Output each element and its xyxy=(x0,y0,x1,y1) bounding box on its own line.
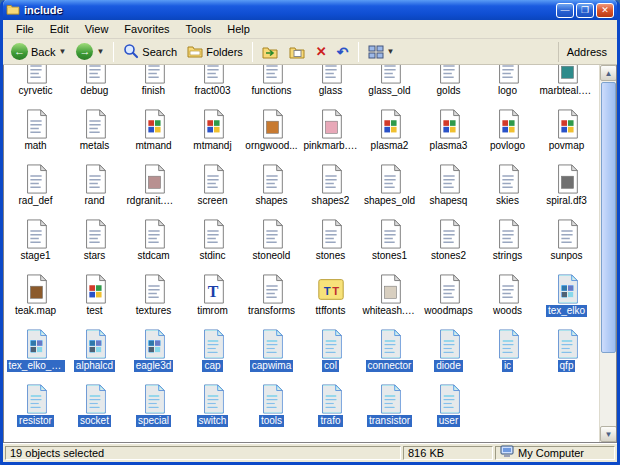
file-item-tex-elko[interactable]: tex_elko xyxy=(537,271,596,326)
file-item-woods[interactable]: woods xyxy=(478,271,537,326)
file-item-switch[interactable]: switch xyxy=(183,381,242,436)
file-item-transforms[interactable]: transforms xyxy=(242,271,301,326)
file-item-rdgranit-map[interactable]: rdgranit.map xyxy=(124,161,183,216)
file-item-plasma3[interactable]: plasma3 xyxy=(419,106,478,161)
file-item-stoneold[interactable]: stoneold xyxy=(242,216,301,271)
file-item-mtmandj[interactable]: mtmandj xyxy=(183,106,242,161)
file-item-glass[interactable]: glass xyxy=(301,65,360,106)
file-item-spiral-df3[interactable]: spiral.df3 xyxy=(537,161,596,216)
file-item-cap[interactable]: cap xyxy=(183,326,242,381)
file-item-cyrvetic[interactable]: cyrvetic xyxy=(6,65,65,106)
file-item-metals[interactable]: metals xyxy=(65,106,124,161)
file-item-tex-elko-axial[interactable]: tex_elko_axial xyxy=(6,326,65,381)
file-item-shapes-old[interactable]: shapes_old xyxy=(360,161,419,216)
maximize-button[interactable]: ❐ xyxy=(576,3,594,18)
file-item-shapes2[interactable]: shapes2 xyxy=(301,161,360,216)
file-item-ttffonts[interactable]: TTttffonts xyxy=(301,271,360,326)
file-item-mtmand[interactable]: mtmand xyxy=(124,106,183,161)
file-item-math[interactable]: math xyxy=(6,106,65,161)
scroll-thumb[interactable] xyxy=(601,82,616,353)
menu-item-edit[interactable]: Edit xyxy=(43,21,76,37)
file-item-stones1[interactable]: stones1 xyxy=(360,216,419,271)
file-item-stdinc[interactable]: stdinc xyxy=(183,216,242,271)
file-item-sunpos[interactable]: sunpos xyxy=(537,216,596,271)
file-item-woodmaps[interactable]: woodmaps xyxy=(419,271,478,326)
file-item-rand[interactable]: rand xyxy=(65,161,124,216)
menu-item-tools[interactable]: Tools xyxy=(179,21,219,37)
file-item-eagle3d[interactable]: eagle3d xyxy=(124,326,183,381)
file-item-special[interactable]: special xyxy=(124,381,183,436)
file-item-stdcam[interactable]: stdcam xyxy=(124,216,183,271)
folders-button[interactable]: Folders xyxy=(183,42,247,62)
file-item-glass-old[interactable]: glass_old xyxy=(360,65,419,106)
file-item-col[interactable]: col xyxy=(301,326,360,381)
back-button[interactable]: ← Back ▼ xyxy=(7,41,70,62)
file-item-debug[interactable]: debug xyxy=(65,65,124,106)
file-item-orngwood-[interactable]: orngwood... xyxy=(242,106,301,161)
file-item-textures[interactable]: textures xyxy=(124,271,183,326)
menu-item-view[interactable]: View xyxy=(78,21,116,37)
file-item-resistor[interactable]: resistor xyxy=(6,381,65,436)
forward-button[interactable]: → ▼ xyxy=(72,41,108,62)
file-icon xyxy=(80,109,110,139)
file-item-plasma2[interactable]: plasma2 xyxy=(360,106,419,161)
delete-button[interactable]: ✕ xyxy=(312,42,331,61)
menu-item-favorites[interactable]: Favorites xyxy=(117,21,176,37)
file-item-shapes[interactable]: shapes xyxy=(242,161,301,216)
file-item-marbteal-map[interactable]: marbteal.map xyxy=(537,65,596,106)
move-to-button[interactable] xyxy=(258,43,283,61)
scroll-up-button[interactable]: ▲ xyxy=(600,65,617,81)
menu-item-help[interactable]: Help xyxy=(220,21,257,37)
file-item-stage1[interactable]: stage1 xyxy=(6,216,65,271)
views-dropdown-icon[interactable]: ▼ xyxy=(387,47,395,56)
file-icon xyxy=(257,219,287,249)
search-button[interactable]: Search xyxy=(119,41,181,63)
file-icon xyxy=(316,329,346,359)
file-item-trafo[interactable]: trafo xyxy=(301,381,360,436)
file-item-povmap[interactable]: povmap xyxy=(537,106,596,161)
scroll-down-button[interactable]: ▼ xyxy=(600,426,617,442)
file-item-timrom[interactable]: Ttimrom xyxy=(183,271,242,326)
file-item-finish[interactable]: finish xyxy=(124,65,183,106)
menu-item-file[interactable]: File xyxy=(9,21,41,37)
file-item-connector[interactable]: connector xyxy=(360,326,419,381)
file-item-user[interactable]: user xyxy=(419,381,478,436)
undo-button[interactable]: ↶ xyxy=(333,42,353,62)
file-item-skies[interactable]: skies xyxy=(478,161,537,216)
forward-dropdown-icon[interactable]: ▼ xyxy=(96,47,104,56)
file-label: eagle3d xyxy=(134,360,174,372)
title-bar[interactable]: include — ❐ ✕ xyxy=(3,0,617,20)
file-item-shapesq[interactable]: shapesq xyxy=(419,161,478,216)
minimize-button[interactable]: — xyxy=(556,3,574,18)
file-item-tools[interactable]: tools xyxy=(242,381,301,436)
address-label[interactable]: Address xyxy=(558,42,613,62)
file-item-povlogo[interactable]: povlogo xyxy=(478,106,537,161)
file-item-teak-map[interactable]: teak.map xyxy=(6,271,65,326)
file-item-test[interactable]: test xyxy=(65,271,124,326)
file-item-stones[interactable]: stones xyxy=(301,216,360,271)
file-item-diode[interactable]: diode xyxy=(419,326,478,381)
vertical-scrollbar[interactable]: ▲ ▼ xyxy=(599,65,616,442)
file-item-logo[interactable]: logo xyxy=(478,65,537,106)
file-item-golds[interactable]: golds xyxy=(419,65,478,106)
file-item-qfp[interactable]: qfp xyxy=(537,326,596,381)
file-item-fract003[interactable]: fract003 xyxy=(183,65,242,106)
file-item-pinkmarb-map[interactable]: pinkmarb.map xyxy=(301,106,360,161)
back-dropdown-icon[interactable]: ▼ xyxy=(58,47,66,56)
views-button[interactable]: ▼ xyxy=(364,43,399,61)
file-item-capwima[interactable]: capwima xyxy=(242,326,301,381)
file-item-transistor[interactable]: transistor xyxy=(360,381,419,436)
file-item-stars[interactable]: stars xyxy=(65,216,124,271)
close-button[interactable]: ✕ xyxy=(596,3,614,18)
file-item-functions[interactable]: functions xyxy=(242,65,301,106)
file-item-strings[interactable]: strings xyxy=(478,216,537,271)
file-item-stones2[interactable]: stones2 xyxy=(419,216,478,271)
file-item-screen[interactable]: screen xyxy=(183,161,242,216)
file-item-whiteash-map[interactable]: whiteash.map xyxy=(360,271,419,326)
file-icon: T xyxy=(198,274,228,304)
file-item-socket[interactable]: socket xyxy=(65,381,124,436)
file-item-alphalcd[interactable]: alphalcd xyxy=(65,326,124,381)
file-item-ic[interactable]: ic xyxy=(478,326,537,381)
file-item-rad-def[interactable]: rad_def xyxy=(6,161,65,216)
copy-to-button[interactable] xyxy=(285,43,310,61)
